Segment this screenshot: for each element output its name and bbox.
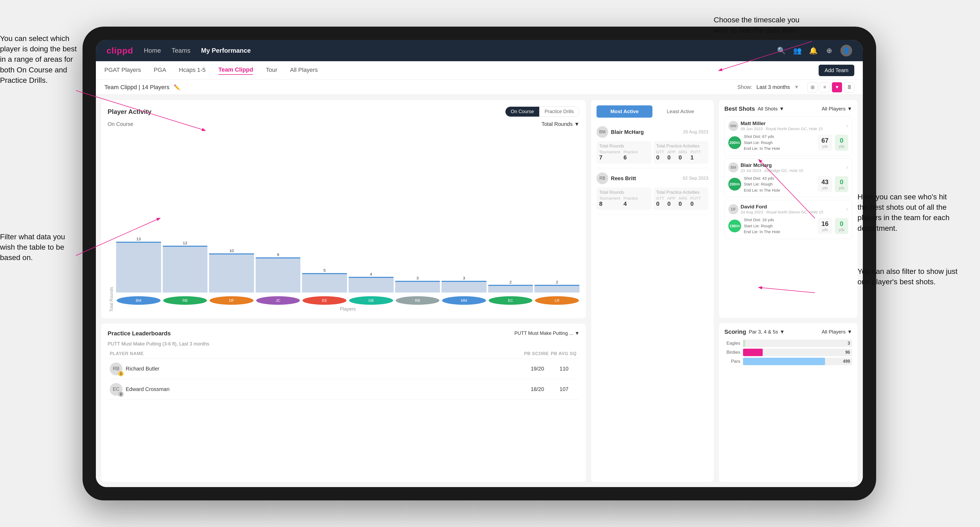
bar-marker — [442, 281, 487, 282]
tab-team-clippd[interactable]: Team Clippd — [218, 66, 253, 75]
blair-stats-grid: Total Rounds Tournament 7 Practice 6 — [597, 141, 708, 163]
practice-subtitle: PUTT Must Make Putting (3-6 ft), Last 3 … — [108, 341, 579, 347]
list-view-button[interactable]: ≡ — [820, 82, 830, 92]
nav-teams[interactable]: Teams — [172, 47, 190, 54]
scoring-chart: Eagles 3 Birdies 96 — [724, 340, 852, 365]
col-player-name: PLAYER NAME — [110, 351, 524, 356]
shots-filter[interactable]: All Shots ▼ — [757, 106, 784, 112]
shot-item-blair[interactable]: BM Blair McHarg 23 Jul 2023 · Ashridge G… — [724, 158, 852, 197]
tab-tour[interactable]: Tour — [266, 67, 277, 75]
practice-drills-toggle[interactable]: Practice Drills — [539, 107, 579, 117]
shot-text-matt: Shot Dist: 67 yds Start Lie: Rough End L… — [744, 133, 815, 152]
bar — [302, 273, 347, 292]
shot-item-david[interactable]: DF David Ford 24 Aug 2023 · Royal North … — [724, 200, 852, 239]
subnav: PGAT Players PGA Hcaps 1-5 Team Clippd T… — [96, 61, 863, 80]
practice-leaderboards-card: Practice Leaderboards PUTT Must Make Put… — [101, 324, 586, 482]
left-panel: Player Activity On Course Practice Drill… — [101, 100, 586, 482]
blair-rounds-label: Total Rounds — [599, 144, 649, 149]
bell-icon[interactable]: 🔔 — [808, 46, 818, 56]
bar-group: 2 — [488, 280, 533, 292]
eagles-value: 3 — [848, 341, 850, 346]
birdies-bar-fill — [743, 349, 763, 356]
bars-section: 13 12 10 9 5 4 — [116, 237, 579, 312]
edit-icon[interactable]: ✏️ — [173, 84, 180, 90]
blair-arg-stat: ARG 0 — [679, 149, 687, 161]
shot-meta-david: 24 Aug 2023 · Royal North Devon GC, Hole… — [741, 210, 844, 214]
players-filter[interactable]: All Players ▼ — [822, 106, 852, 112]
nav-my-performance[interactable]: My Performance — [201, 47, 251, 54]
eagles-bar-track: 3 — [743, 340, 852, 347]
drill-selector[interactable]: PUTT Must Make Putting ... ▼ — [514, 330, 579, 336]
blair-tournament-value: 7 — [599, 154, 620, 161]
col-pb-avg: PB AVG SQ — [551, 351, 578, 356]
user-avatar[interactable]: 👤 — [840, 45, 852, 56]
table-view-button[interactable]: ≣ — [844, 82, 854, 92]
blair-putt-value: 1 — [690, 154, 701, 161]
nav-links: Home Teams My Performance — [144, 47, 766, 54]
avatar-matt: MM — [728, 121, 738, 131]
eagles-bar-row: Eagles 3 — [724, 340, 852, 347]
tab-all-players[interactable]: All Players — [290, 67, 318, 75]
scoring-players-filter[interactable]: All Players ▼ — [822, 329, 852, 335]
bar — [209, 253, 254, 292]
col-pb-score: PB SCORE — [524, 351, 551, 356]
bar-marker — [488, 285, 533, 286]
search-icon[interactable]: 🔍 — [776, 46, 786, 56]
shot-player-name-david: David Ford — [741, 204, 844, 210]
grid-view-button[interactable]: ⊞ — [807, 82, 818, 92]
birdies-bar-row: Birdies 96 — [724, 349, 852, 356]
active-player-blair[interactable]: BM Blair McHarg 26 Aug 2023 Total Rounds… — [597, 122, 708, 168]
active-player-name-blair: Blair McHarg — [611, 129, 680, 135]
rees-putt-value: 0 — [690, 200, 701, 207]
active-player-rees[interactable]: RB Rees Britt 02 Sep 2023 Total Rounds T… — [597, 168, 708, 214]
nav-home[interactable]: Home — [144, 47, 161, 54]
x-axis-label: Players — [116, 306, 579, 312]
most-active-button[interactable]: Most Active — [597, 105, 652, 117]
drill-name: PUTT Must Make Putting ... — [514, 330, 573, 336]
middle-panel: Most Active Least Active BM Blair McHarg… — [591, 100, 714, 482]
rees-arg-label: ARG — [679, 196, 687, 200]
blair-app-value: 0 — [667, 154, 675, 161]
shot-item-matt[interactable]: MM Matt Miller 09 Jun 2023 · Royal North… — [724, 117, 852, 156]
rees-gtt-value: 0 — [656, 200, 664, 207]
shot-details-david: 198 SG Shot Dist: 16 yds Start Lie: Roug… — [728, 217, 848, 235]
avatar-richard-butler: RB 1 — [110, 362, 123, 375]
on-course-subtitle: On Course — [108, 121, 134, 127]
on-course-toggle[interactable]: On Course — [506, 107, 539, 117]
bar — [395, 281, 440, 292]
tab-pgat-players[interactable]: PGAT Players — [104, 67, 141, 75]
total-rounds-dropdown[interactable]: Total Rounds ▼ — [541, 121, 579, 127]
player-info-1: RB 1 Richard Butler — [110, 362, 524, 375]
plus-circle-icon[interactable]: ⊕ — [824, 46, 834, 56]
birdies-value: 96 — [845, 350, 850, 355]
show-chevron-icon[interactable]: ▼ — [794, 84, 799, 90]
rees-activities-values: GTT 0 APP 0 ARG 0 — [656, 196, 706, 207]
shot-meta-matt: 09 Jun 2023 · Royal North Devon GC, Hole… — [741, 126, 844, 131]
avatars-row: BMRBDFJCEEGBRBMMECLR — [116, 294, 579, 305]
card-view-button[interactable]: ♥ — [832, 82, 842, 92]
table-row[interactable]: EC 2 Edward Crossman 18/20 107 — [108, 379, 579, 400]
bar — [535, 285, 579, 292]
tab-hcaps[interactable]: Hcaps 1-5 — [179, 67, 205, 75]
dropdown-chevron-icon: ▼ — [574, 121, 579, 127]
tab-pga[interactable]: PGA — [154, 67, 166, 75]
rees-gtt-label: GTT — [656, 196, 664, 200]
player-activity-title: Player Activity — [108, 108, 151, 116]
bar-value: 5 — [323, 268, 326, 273]
add-team-button[interactable]: Add Team — [819, 65, 854, 76]
scoring-players-chevron-icon: ▼ — [847, 329, 852, 335]
least-active-button[interactable]: Least Active — [652, 105, 708, 117]
show-select[interactable]: Last 3 months — [757, 84, 790, 90]
shot-player-name-blair: Blair McHarg — [741, 162, 844, 168]
blair-activities-values: GTT 0 APP 0 ARG 0 — [656, 149, 706, 161]
best-shots-title: Best Shots — [724, 105, 755, 112]
table-row[interactable]: RB 1 Richard Butler 19/20 110 — [108, 359, 579, 379]
shot-zero-david: 0 yds — [835, 218, 848, 234]
player-avatar: RB — [163, 296, 208, 305]
people-icon[interactable]: 👥 — [792, 46, 802, 56]
scoring-par-filter[interactable]: Par 3, 4 & 5s ▼ — [749, 329, 785, 335]
edward-pb-avg: 107 — [551, 386, 578, 392]
player-info-2: EC 2 Edward Crossman — [110, 383, 524, 396]
scoring-title: Scoring — [724, 329, 746, 335]
bar-value: 3 — [417, 276, 418, 280]
